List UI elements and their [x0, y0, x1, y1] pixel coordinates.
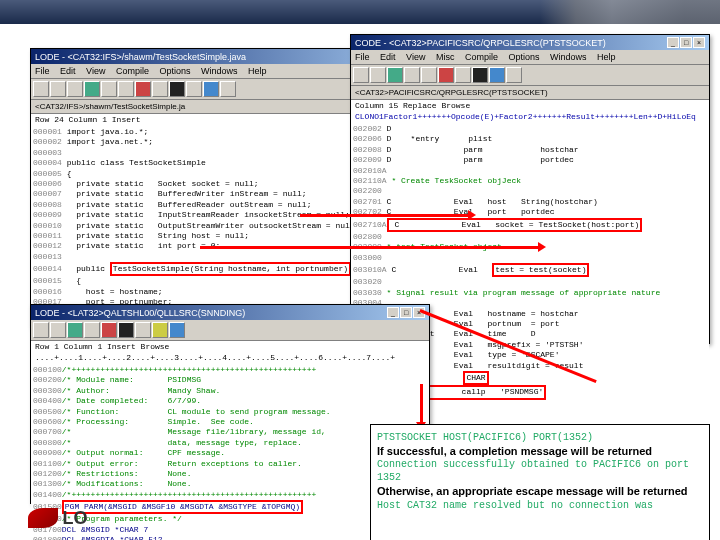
maximize-icon[interactable]: □: [680, 37, 692, 48]
titlebar[interactable]: CODE - <CAT32>PACIFICSRC/QRPGLESRC(PTSTS…: [351, 35, 709, 50]
main-area: LODE - <CAT32:IFS>/shawm/TestSocketSimpl…: [0, 24, 720, 540]
minimize-icon[interactable]: _: [387, 307, 399, 318]
menu-item[interactable]: Windows: [201, 66, 238, 76]
highlighted-test: test = test(socket): [492, 263, 589, 277]
arrow-icon: [420, 384, 423, 424]
menu-item[interactable]: Help: [597, 52, 616, 62]
tool-icon[interactable]: [472, 67, 488, 83]
tool-icon[interactable]: [220, 81, 236, 97]
logo-text: LO: [63, 508, 88, 529]
menu-item[interactable]: Misc: [436, 52, 455, 62]
result-callout: PTSTSOCKET HOST(PACIFIC6) PORT(1352) If …: [370, 424, 710, 540]
tool-icon[interactable]: [33, 81, 49, 97]
arrow-icon: [300, 214, 470, 217]
menu-item[interactable]: Help: [248, 66, 267, 76]
logo-swoosh-icon: [28, 508, 58, 528]
menu-item[interactable]: Windows: [550, 52, 587, 62]
menubar: File Edit View Misc Compile Options Wind…: [351, 50, 709, 65]
toolbar: [31, 320, 429, 341]
menu-item[interactable]: File: [35, 66, 50, 76]
stop-icon[interactable]: [438, 67, 454, 83]
status-row: Row 1 Column 1 Insert Browse: [31, 341, 429, 352]
window-title: LODE - <CAT32:IFS>/shawm/TestSocketSimpl…: [35, 52, 246, 62]
tool-icon[interactable]: [84, 322, 100, 338]
header-strip: [0, 0, 720, 24]
rpg-editor-window: CODE - <CAT32>PACIFICSRC/QRPGLESRC(PTSTS…: [350, 34, 710, 344]
result-line: Host CAT32 name resolved but no connecti…: [377, 499, 703, 512]
tool-icon[interactable]: [67, 81, 83, 97]
menu-item[interactable]: Edit: [380, 52, 396, 62]
toolbar: [351, 65, 709, 86]
close-icon[interactable]: ×: [693, 37, 705, 48]
tool-icon[interactable]: [50, 81, 66, 97]
tool-icon[interactable]: [353, 67, 369, 83]
menu-item[interactable]: File: [355, 52, 370, 62]
editor-tab[interactable]: <CAT32>PACIFICSRC/QRPGLESRC(PTSTSOCKET): [351, 86, 709, 100]
logo: LO: [28, 508, 98, 538]
minimize-icon[interactable]: _: [667, 37, 679, 48]
command-text: PTSTSOCKET HOST(PACIFIC6) PORT(1352): [377, 431, 703, 444]
menu-item[interactable]: Edit: [60, 66, 76, 76]
tool-icon[interactable]: [33, 322, 49, 338]
stop-icon[interactable]: [135, 81, 151, 97]
result-line: Otherwise, an appropriate escape message…: [377, 484, 703, 498]
tool-icon[interactable]: [506, 67, 522, 83]
city-skyline: [540, 0, 720, 24]
tool-icon[interactable]: [118, 81, 134, 97]
result-line: If successful, a completion message will…: [377, 444, 703, 458]
run-icon[interactable]: [84, 81, 100, 97]
tool-icon[interactable]: [50, 322, 66, 338]
tool-icon[interactable]: [370, 67, 386, 83]
highlighted-char: CHAR: [463, 371, 488, 385]
header-ruler: CLONO1Factor1+++++++Opcode(E)+Factor2+++…: [351, 111, 709, 122]
window-title: CODE - <CAT32>PACIFICSRC/QRPGLESRC(PTSTS…: [355, 38, 606, 48]
menu-item[interactable]: Options: [159, 66, 190, 76]
menu-item[interactable]: Options: [508, 52, 539, 62]
tool-icon[interactable]: [169, 81, 185, 97]
result-line: Connection successfully obtained to PACI…: [377, 458, 703, 484]
status-row: Column 15 Replace Browse: [351, 100, 709, 111]
maximize-icon[interactable]: □: [400, 307, 412, 318]
run-icon[interactable]: [67, 322, 83, 338]
run-icon[interactable]: [387, 67, 403, 83]
titlebar[interactable]: LODE - <LAT32>QALTSHL00/QLLLSRC(SNNDING)…: [31, 305, 429, 320]
menu-item[interactable]: Compile: [465, 52, 498, 62]
tool-icon[interactable]: [135, 322, 151, 338]
tool-icon[interactable]: [118, 322, 134, 338]
tool-icon[interactable]: [489, 67, 505, 83]
menu-item[interactable]: View: [406, 52, 425, 62]
arrow-icon: [200, 246, 540, 249]
stop-icon[interactable]: [101, 322, 117, 338]
highlighted-constructor: TestSocketSimple(String hostname, int po…: [110, 262, 351, 276]
menu-item[interactable]: View: [86, 66, 105, 76]
tool-icon[interactable]: [152, 322, 168, 338]
menu-item[interactable]: Compile: [116, 66, 149, 76]
tool-icon[interactable]: [404, 67, 420, 83]
tool-icon[interactable]: [421, 67, 437, 83]
tool-icon[interactable]: [455, 67, 471, 83]
ruler: ....+....1....+....2....+....3....+....4…: [31, 352, 429, 363]
highlighted-pgm: PGM PARM(&MSGID &MSGF10 &MSGDTA &MSGTYPE…: [62, 500, 303, 514]
tool-icon[interactable]: [203, 81, 219, 97]
tool-icon[interactable]: [101, 81, 117, 97]
window-title: LODE - <LAT32>QALTSHL00/QLLLSRC(SNNDING): [35, 308, 245, 318]
highlighted-call: C Eval socket = TestSocket(host:port): [387, 218, 643, 232]
tool-icon[interactable]: [186, 81, 202, 97]
tool-icon[interactable]: [169, 322, 185, 338]
tool-icon[interactable]: [152, 81, 168, 97]
